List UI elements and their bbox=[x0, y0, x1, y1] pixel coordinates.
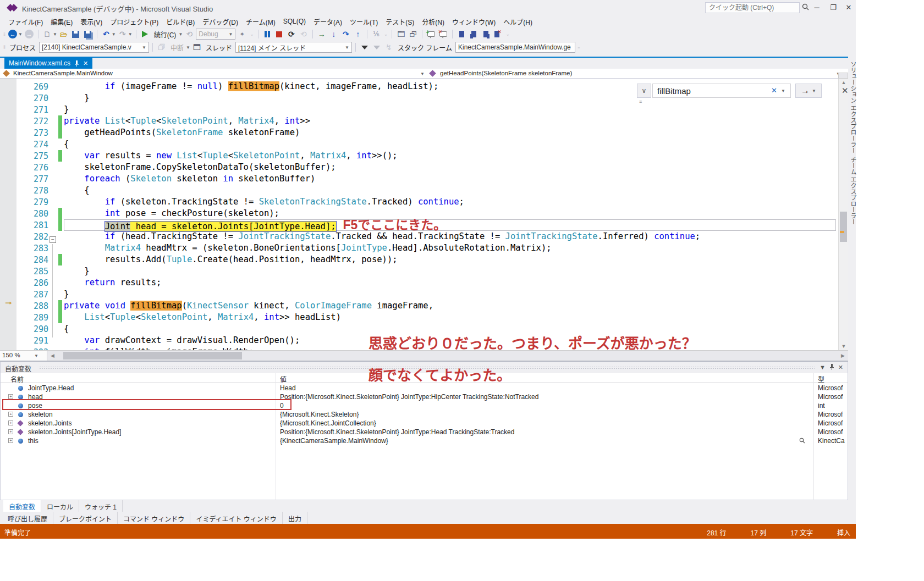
line-number[interactable]: 271 bbox=[16, 104, 53, 115]
scroll-left-icon[interactable]: ◀ bbox=[51, 353, 54, 358]
editor-zoom-control[interactable]: 150 %▼ bbox=[0, 351, 47, 361]
line-number[interactable]: 274 bbox=[16, 139, 53, 150]
close-button[interactable]: ✕ bbox=[842, 2, 856, 13]
bottom-tab-3[interactable]: イミディエイト ウィンドウ bbox=[190, 512, 283, 524]
hex-display-toggle[interactable]: ⅙ bbox=[371, 29, 382, 40]
restart-debug-button[interactable]: ⟳ bbox=[286, 29, 297, 40]
remove-comment-button[interactable]: ✕ bbox=[438, 29, 449, 40]
step-into-button[interactable]: ↓ bbox=[328, 29, 339, 40]
expander-icon[interactable]: + bbox=[8, 420, 13, 425]
line-number[interactable]: 272 bbox=[16, 115, 53, 127]
line-number[interactable]: 287 bbox=[16, 289, 53, 300]
variable-row[interactable]: +skeleton.Joints{Microsoft.Kinect.JointC… bbox=[1, 419, 848, 428]
navigate-forward-button[interactable]: → bbox=[24, 29, 35, 40]
line-number[interactable]: 286 bbox=[16, 277, 53, 289]
code-line[interactable]: } bbox=[64, 265, 836, 277]
breadcrumb-class[interactable]: KinectCameraSample.MainWindow bbox=[13, 70, 113, 76]
code-line[interactable]: private List<Tuple<SkeletonPoint, Matrix… bbox=[64, 115, 836, 127]
line-number[interactable]: 273 bbox=[16, 127, 53, 139]
code-line[interactable]: List<Tuple<SkeletonPoint, Matrix4, int>>… bbox=[64, 312, 836, 323]
breakpoints-window-icon[interactable]: 🗔 bbox=[395, 29, 406, 40]
line-number[interactable]: 290 bbox=[16, 323, 53, 335]
magnifier-icon[interactable] bbox=[799, 438, 805, 444]
bottom-tab-1[interactable]: ブレークポイント bbox=[53, 512, 118, 524]
code-line[interactable]: } bbox=[64, 289, 836, 300]
column-value[interactable]: 値 bbox=[280, 374, 287, 384]
menu-item-5[interactable]: デバッグ(D) bbox=[199, 15, 242, 28]
panel-tab-0[interactable]: 自動変数 bbox=[3, 500, 41, 512]
menu-item-7[interactable]: SQL(Q) bbox=[279, 16, 310, 27]
quick-launch-input[interactable] bbox=[705, 2, 800, 13]
code-line[interactable]: { bbox=[64, 185, 836, 196]
side-tab-0[interactable]: ソリューション エクスプローラー bbox=[849, 61, 857, 153]
panel-tab-2[interactable]: ウォッチ 1 bbox=[79, 500, 123, 512]
vertical-scrollbar[interactable]: ▲ ▼ bbox=[838, 79, 848, 350]
save-all-button[interactable] bbox=[82, 29, 94, 40]
class-dropdown-icon[interactable]: ▼ bbox=[420, 71, 425, 76]
filter-threads-button[interactable] bbox=[359, 42, 370, 53]
close-panel-icon[interactable]: ✕ bbox=[838, 364, 843, 371]
close-tab-icon[interactable]: ✕ bbox=[83, 60, 88, 67]
expander-icon[interactable]: + bbox=[8, 438, 13, 443]
menu-item-8[interactable]: データ(A) bbox=[310, 15, 346, 28]
line-number[interactable]: 276 bbox=[16, 162, 53, 173]
find-options-icon[interactable]: ≡ bbox=[639, 99, 642, 104]
menu-item-4[interactable]: ビルド(B) bbox=[162, 15, 199, 28]
pause-button[interactable] bbox=[262, 29, 273, 40]
toggle-bookmark-button[interactable] bbox=[456, 29, 467, 40]
expander-icon[interactable]: + bbox=[8, 394, 13, 399]
line-number[interactable]: 285 bbox=[16, 265, 53, 277]
line-number[interactable]: 277 bbox=[16, 173, 53, 185]
column-type[interactable]: 型 bbox=[818, 374, 824, 384]
menu-item-0[interactable]: ファイル(F) bbox=[4, 15, 47, 28]
auto-hide-pin-icon[interactable] bbox=[829, 364, 834, 370]
code-line[interactable]: getHeadPoints(SkeletonFrame skeletonFram… bbox=[64, 127, 836, 139]
step-out-button[interactable]: ↑ bbox=[353, 29, 364, 40]
expander-icon[interactable]: + bbox=[8, 412, 13, 417]
code-line[interactable]: int pose = checkPosture(skeleton); bbox=[64, 208, 836, 219]
new-file-dropdown-icon[interactable]: ▼ bbox=[53, 32, 57, 37]
code-line[interactable]: } bbox=[64, 104, 836, 115]
toolbar-overflow-2[interactable]: ⌄ bbox=[383, 31, 389, 37]
menu-item-3[interactable]: プロジェクト(P) bbox=[106, 15, 162, 28]
toolbar-overflow-3[interactable]: ⌄ bbox=[504, 31, 510, 37]
window-position-icon[interactable]: ▼ bbox=[820, 364, 826, 370]
menu-item-13[interactable]: ヘルプ(H) bbox=[499, 15, 536, 28]
code-line[interactable]: return results; bbox=[64, 277, 836, 289]
bottom-tab-2[interactable]: コマンド ウィンドウ bbox=[118, 512, 190, 524]
expander-icon[interactable]: + bbox=[8, 429, 13, 434]
panel-tab-1[interactable]: ローカル bbox=[41, 500, 79, 512]
clear-bookmarks-button[interactable]: ✕ bbox=[492, 29, 503, 40]
find-expand-chevron[interactable]: ∨ bbox=[637, 84, 651, 98]
line-number[interactable]: 284 bbox=[16, 254, 53, 265]
vertical-scrollbar-thumb[interactable] bbox=[840, 212, 847, 242]
save-button[interactable] bbox=[70, 29, 81, 40]
line-number[interactable]: 275 bbox=[16, 150, 53, 162]
variable-row[interactable]: +skeleton.Joints[JointType.Head]Position… bbox=[1, 428, 848, 436]
line-number[interactable]: 288 bbox=[16, 300, 53, 312]
editor-splitter-grip[interactable] bbox=[838, 73, 848, 79]
restart-button[interactable]: ⟲ bbox=[184, 29, 195, 40]
attach-to-process-icon[interactable]: ⌖ bbox=[237, 29, 248, 40]
code-line[interactable]: results.Add(Tuple.Create(head.Position, … bbox=[64, 254, 836, 265]
navigate-back-dropdown-icon[interactable]: ▼ bbox=[18, 32, 23, 37]
scroll-down-icon[interactable]: ▼ bbox=[839, 344, 849, 349]
menu-item-9[interactable]: ツール(T) bbox=[346, 15, 382, 28]
code-line[interactable]: foreach (Skeleton skeleton in skeletonBu… bbox=[64, 173, 836, 185]
add-comment-button[interactable]: + bbox=[426, 29, 437, 40]
breakpoint-margin[interactable] bbox=[0, 79, 16, 350]
line-number[interactable]: 279 bbox=[16, 196, 53, 208]
toolbar-grip-2[interactable]: ⁞⁞ bbox=[2, 45, 6, 50]
menu-item-6[interactable]: チーム(M) bbox=[242, 15, 279, 28]
scroll-right-icon[interactable]: ▶ bbox=[841, 353, 845, 358]
line-number[interactable]: 292 bbox=[16, 346, 53, 350]
menu-item-12[interactable]: ウィンドウ(W) bbox=[448, 15, 499, 28]
code-text[interactable]: if (imageFrame != null) fillBitmap(kinec… bbox=[64, 81, 836, 350]
immediate-window-icon[interactable]: 🗗 bbox=[408, 29, 419, 40]
stack-frame-combo[interactable]: KinectCameraSample.MainWindow.ge▼ bbox=[455, 42, 575, 53]
line-number[interactable]: 269 bbox=[16, 81, 53, 92]
clear-search-icon[interactable]: ✕ bbox=[771, 86, 777, 95]
step-over-button[interactable]: ↷ bbox=[340, 29, 351, 40]
line-number[interactable]: 280 bbox=[16, 208, 53, 219]
continue-button[interactable] bbox=[140, 29, 151, 40]
